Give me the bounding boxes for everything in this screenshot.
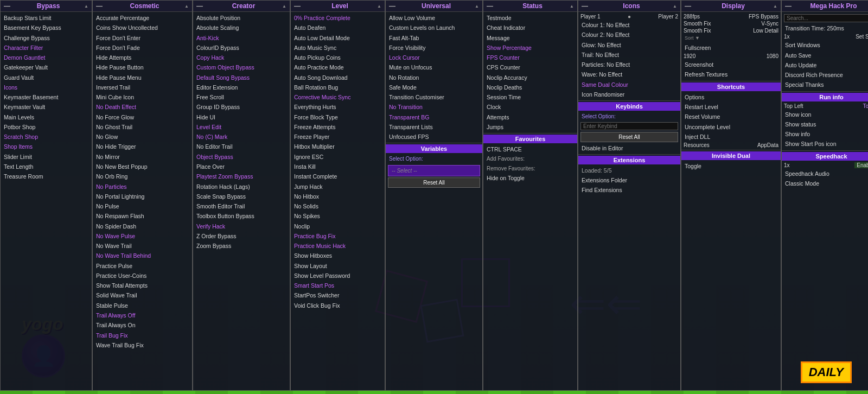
fps-bypass-label[interactable]: FPS Bypass bbox=[749, 14, 778, 20]
keybinds-disable[interactable]: Disable in Editor bbox=[578, 143, 680, 153]
cosmetic-minimize[interactable]: — bbox=[96, 2, 103, 10]
creator-item[interactable]: Scale Snap Bypass bbox=[193, 192, 290, 201]
level-item[interactable]: Auto Pickup Coins bbox=[291, 53, 385, 62]
cosmetic-item[interactable]: No Portal Lightning bbox=[93, 192, 192, 201]
shortcut-uncomplete[interactable]: Uncomplete Level bbox=[681, 122, 781, 132]
status-item[interactable]: Clock bbox=[483, 102, 577, 112]
level-minimize[interactable]: — bbox=[294, 2, 301, 10]
icons-item[interactable]: Trail: No Effect bbox=[578, 50, 680, 60]
level-item[interactable]: Void Click Bug Fix bbox=[291, 301, 385, 310]
level-item[interactable]: No Spikes bbox=[291, 211, 385, 221]
display-screenshot[interactable]: Screenshot bbox=[681, 60, 781, 69]
creator-item[interactable]: Object Bypass bbox=[193, 152, 290, 162]
level-item[interactable]: No Hitbox bbox=[291, 192, 385, 201]
icons-item[interactable]: Glow: No Effect bbox=[578, 40, 680, 50]
megahack-transition-time[interactable]: Transition Time: 250ms bbox=[782, 23, 868, 33]
bypass-item[interactable]: Icons bbox=[1, 82, 92, 92]
cosmetic-item[interactable]: No New Best Popup bbox=[93, 162, 192, 171]
run-show-info[interactable]: Show info bbox=[782, 129, 868, 139]
icons-item[interactable]: Colour 2: No Effect bbox=[578, 30, 680, 40]
cosmetic-item[interactable]: No Pulse bbox=[93, 201, 192, 211]
status-item[interactable]: FPS Counter bbox=[483, 53, 577, 62]
status-item[interactable]: Noclip Accuracy bbox=[483, 73, 577, 82]
universal-item[interactable]: No Transition bbox=[386, 102, 482, 112]
invisible-dual-toggle[interactable]: Toggle bbox=[681, 161, 781, 171]
universal-item[interactable]: Safe Mode bbox=[386, 82, 482, 92]
res-width[interactable]: 1920 bbox=[684, 53, 695, 59]
bypass-item[interactable]: Guard Vault bbox=[1, 73, 92, 82]
cosmetic-item[interactable]: No Death Effect bbox=[93, 102, 192, 112]
creator-item[interactable]: No Editor Trail bbox=[193, 142, 290, 151]
creator-item[interactable]: Level Edit bbox=[193, 122, 290, 132]
cosmetic-item[interactable]: Trail Always On bbox=[93, 320, 192, 330]
level-item[interactable]: Auto Low Detail Mode bbox=[291, 33, 385, 43]
shortcut-inject-dll[interactable]: Inject DLL bbox=[681, 132, 781, 142]
cosmetic-item[interactable]: Hide Pause Button bbox=[93, 62, 192, 72]
creator-item[interactable]: Editor Extension bbox=[193, 82, 290, 92]
cosmetic-item[interactable]: Stable Pulse bbox=[93, 301, 192, 310]
bypass-minimize[interactable]: — bbox=[4, 2, 10, 10]
creator-item[interactable]: Custom Object Bypass bbox=[193, 62, 290, 72]
level-item[interactable]: Auto Deafen bbox=[291, 23, 385, 33]
bypass-item[interactable]: Gatekeeper Vault bbox=[1, 62, 92, 72]
extensions-find[interactable]: Find Extensions bbox=[578, 185, 680, 195]
universal-item[interactable]: Transparent BG bbox=[386, 112, 482, 122]
creator-item[interactable]: Absolute Position bbox=[193, 13, 290, 23]
cosmetic-item[interactable]: No Glow bbox=[93, 132, 192, 142]
smooth-fix-label[interactable]: Smooth Fix bbox=[684, 21, 711, 27]
status-item[interactable]: Jumps bbox=[483, 122, 577, 132]
level-item[interactable]: Ignore ESC bbox=[291, 152, 385, 162]
level-item[interactable]: Auto Song Download bbox=[291, 73, 385, 82]
bypass-item[interactable]: Demon Gauntlet bbox=[1, 53, 92, 62]
creator-item[interactable]: Smooth Editor Trail bbox=[193, 201, 290, 211]
res-height[interactable]: 1080 bbox=[767, 53, 778, 59]
level-item[interactable]: Freeze Attempts bbox=[291, 122, 385, 132]
level-item[interactable]: Everything Hurts bbox=[291, 102, 385, 112]
level-item[interactable]: Hitbox Multiplier bbox=[291, 142, 385, 151]
creator-item[interactable]: ColourID Bypass bbox=[193, 43, 290, 53]
icons-item[interactable]: Wave: No Effect bbox=[578, 69, 680, 79]
run-show-start-pos[interactable]: Show Start Pos icon bbox=[782, 139, 868, 149]
status-item[interactable]: Testmode bbox=[483, 13, 577, 23]
creator-item[interactable]: Absolute Scaling bbox=[193, 23, 290, 33]
appdata-label[interactable]: AppData bbox=[757, 142, 778, 148]
level-item[interactable]: StartPos Switcher bbox=[291, 290, 385, 300]
bypass-item[interactable]: Challenge Bypass bbox=[1, 33, 92, 43]
display-refresh-textures[interactable]: Refresh Textures bbox=[681, 69, 781, 79]
level-item[interactable]: Corrective Music Sync bbox=[291, 92, 385, 102]
run-show-status[interactable]: Show status bbox=[782, 119, 868, 129]
cosmetic-item[interactable]: No Mirror bbox=[93, 152, 192, 162]
creator-item[interactable]: Z Order Bypass bbox=[193, 231, 290, 241]
level-item[interactable]: Show Hitboxes bbox=[291, 251, 385, 260]
megahack-sort-windows[interactable]: Sort Windows bbox=[782, 40, 868, 50]
variables-reset-btn[interactable]: Reset All bbox=[388, 177, 480, 188]
cosmetic-item[interactable]: No Spider Dash bbox=[93, 221, 192, 231]
run-toggle-label[interactable]: Toggle bbox=[863, 103, 868, 109]
creator-item[interactable]: Group ID Bypass bbox=[193, 102, 290, 112]
level-item[interactable]: Practice Bug Fix bbox=[291, 231, 385, 241]
status-item[interactable]: Cheat Indicator bbox=[483, 23, 577, 33]
cosmetic-item[interactable]: Solid Wave Trail bbox=[93, 290, 192, 300]
cosmetic-item[interactable]: No Respawn Flash bbox=[93, 211, 192, 221]
status-item[interactable]: CPS Counter bbox=[483, 62, 577, 72]
cosmetic-item[interactable]: No Force Glow bbox=[93, 112, 192, 122]
run-show-icon[interactable]: Show icon bbox=[782, 110, 868, 119]
bypass-item[interactable]: Character Filter bbox=[1, 43, 92, 53]
keybinds-reset-btn[interactable]: Reset All bbox=[580, 132, 678, 142]
level-item[interactable]: Ball Rotation Bug bbox=[291, 82, 385, 92]
megahack-auto-save[interactable]: Auto Save bbox=[782, 50, 868, 60]
cosmetic-item[interactable]: Force Don't Fade bbox=[93, 43, 192, 53]
megahack-search-input[interactable] bbox=[784, 14, 868, 22]
cosmetic-item[interactable]: Coins Show Uncollected bbox=[93, 23, 192, 33]
icons-item[interactable]: Colour 1: No Effect bbox=[578, 20, 680, 30]
status-item[interactable]: Show Percentage bbox=[483, 43, 577, 53]
cosmetic-item[interactable]: Trail Always Off bbox=[93, 310, 192, 320]
cosmetic-item[interactable]: Mini Cube Icon bbox=[93, 92, 192, 102]
cosmetic-item[interactable]: Trail Bug Fix bbox=[93, 331, 192, 340]
cosmetic-item[interactable]: Accurate Percentage bbox=[93, 13, 192, 23]
bypass-item[interactable]: Shop Items bbox=[1, 142, 92, 151]
favourites-hide[interactable]: Hide on Toggle bbox=[483, 173, 577, 183]
universal-item[interactable]: Mute on Unfocus bbox=[386, 62, 482, 72]
status-item[interactable]: Session Time bbox=[483, 92, 577, 102]
creator-item[interactable]: Toolbox Button Bypass bbox=[193, 211, 290, 221]
